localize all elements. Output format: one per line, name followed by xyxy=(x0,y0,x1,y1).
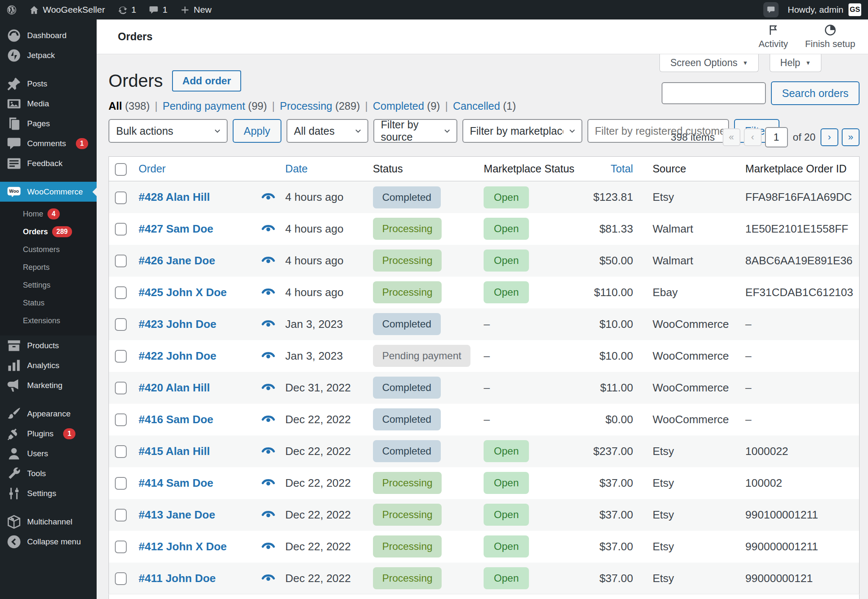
order-link[interactable]: #415 Alan Hill xyxy=(139,445,210,458)
sidebar-item-label: WooCommerce xyxy=(27,187,83,197)
first-page-button[interactable]: « xyxy=(723,128,740,146)
wordpress-logo-menu[interactable] xyxy=(7,5,17,15)
order-link[interactable]: #414 Sam Doe xyxy=(139,477,213,489)
sidebar-item-analytics[interactable]: Analytics xyxy=(0,355,97,375)
notification-button[interactable] xyxy=(763,2,779,17)
next-page-button[interactable]: › xyxy=(821,128,838,146)
submenu-item-settings[interactable]: Settings xyxy=(0,276,97,294)
row-checkbox[interactable] xyxy=(115,286,127,299)
submenu-item-customers[interactable]: Customers xyxy=(0,241,97,258)
submenu-item-home[interactable]: Home4 xyxy=(0,205,97,223)
order-link[interactable]: #422 John Doe xyxy=(139,349,217,362)
order-link[interactable]: #413 Jane Doe xyxy=(139,508,215,521)
screen-options-tab[interactable]: Screen Options ▼ xyxy=(659,54,758,72)
sidebar-item-appearance[interactable]: Appearance xyxy=(0,404,97,424)
bulk-actions-select[interactable]: Bulk actions xyxy=(108,119,228,143)
select-all-checkbox[interactable] xyxy=(115,163,127,176)
preview-eye-icon[interactable] xyxy=(262,350,275,360)
order-link[interactable]: #425 John X Doe xyxy=(139,286,227,299)
submenu-item-extensions[interactable]: Extensions xyxy=(0,312,97,330)
preview-eye-icon[interactable] xyxy=(262,446,275,455)
preview-eye-icon[interactable] xyxy=(262,573,275,582)
row-checkbox[interactable] xyxy=(115,350,127,363)
preview-eye-icon[interactable] xyxy=(262,287,275,296)
sidebar-item-plugins[interactable]: Plugins1 xyxy=(0,424,97,444)
source-filter-select[interactable]: Filter by source xyxy=(373,119,457,143)
preview-eye-icon[interactable] xyxy=(262,414,275,423)
row-checkbox[interactable] xyxy=(115,413,127,426)
column-header-total[interactable]: Total xyxy=(580,157,639,181)
view-filter-completed[interactable]: Completed (9) xyxy=(373,100,440,112)
sidebar-item-users[interactable]: Users xyxy=(0,444,97,463)
add-order-button[interactable]: Add order xyxy=(172,70,241,92)
order-link[interactable]: #420 Alan Hill xyxy=(139,381,210,394)
submenu-item-reports[interactable]: Reports xyxy=(0,258,97,276)
account-menu[interactable]: Howdy, admin GS xyxy=(788,3,862,16)
updates-indicator[interactable]: 1 xyxy=(118,5,136,15)
preview-eye-icon[interactable] xyxy=(262,255,275,264)
sidebar-item-dashboard[interactable]: Dashboard xyxy=(0,25,97,45)
current-page-input[interactable] xyxy=(765,127,788,147)
sidebar-item-media[interactable]: Media xyxy=(0,94,97,114)
site-menu[interactable]: WooGeekSeller xyxy=(29,5,105,15)
sidebar-item-products[interactable]: Products xyxy=(0,336,97,355)
sidebar-item-collapse-menu[interactable]: Collapse menu xyxy=(0,532,97,552)
row-checkbox[interactable] xyxy=(115,382,127,394)
new-content-menu[interactable]: New xyxy=(180,5,211,15)
row-checkbox[interactable] xyxy=(115,255,127,267)
row-checkbox[interactable] xyxy=(115,541,127,553)
view-filter-processing[interactable]: Processing (289) xyxy=(280,100,360,112)
order-link[interactable]: #411 John Doe xyxy=(139,572,216,585)
order-link[interactable]: #416 Sam Doe xyxy=(139,413,213,426)
row-checkbox[interactable] xyxy=(115,191,127,204)
comments-indicator[interactable]: 1 xyxy=(149,5,167,15)
view-filter-all[interactable]: All (398) xyxy=(108,100,150,112)
row-checkbox[interactable] xyxy=(115,572,127,585)
submenu-item-status[interactable]: Status xyxy=(0,294,97,312)
row-checkbox[interactable] xyxy=(115,445,127,458)
activity-button[interactable]: Activity xyxy=(759,24,788,50)
preview-eye-icon[interactable] xyxy=(262,541,275,550)
column-header-order[interactable]: Order xyxy=(133,157,257,181)
apply-button[interactable]: Apply xyxy=(233,119,281,143)
preview-eye-icon[interactable] xyxy=(262,223,275,233)
sidebar-item-posts[interactable]: Posts xyxy=(0,74,97,94)
preview-eye-icon[interactable] xyxy=(262,319,275,328)
finish-setup-button[interactable]: Finish setup xyxy=(805,24,855,50)
order-link[interactable]: #412 John X Doe xyxy=(139,540,227,553)
row-checkbox[interactable] xyxy=(115,223,127,236)
sidebar-item-multichannel[interactable]: Multichannel xyxy=(0,512,97,532)
order-link[interactable]: #427 Sam Doe xyxy=(139,222,213,235)
sidebar-item-pages[interactable]: Pages xyxy=(0,114,97,133)
preview-eye-icon[interactable] xyxy=(262,477,275,487)
previous-page-button[interactable]: ‹ xyxy=(744,128,762,146)
preview-eye-icon[interactable] xyxy=(262,382,275,391)
view-filter-pending-payment[interactable]: Pending payment (99) xyxy=(163,100,267,112)
update-count: 1 xyxy=(131,5,136,15)
sidebar-item-settings[interactable]: Settings xyxy=(0,483,97,503)
submenu-item-orders[interactable]: Orders289 xyxy=(0,223,97,241)
help-tab[interactable]: Help ▼ xyxy=(770,54,821,72)
column-header-date[interactable]: Date xyxy=(279,157,367,181)
sidebar-item-feedback[interactable]: Feedback xyxy=(0,153,97,173)
row-checkbox[interactable] xyxy=(115,318,127,331)
last-page-button[interactable]: » xyxy=(842,128,860,146)
search-orders-button[interactable]: Search orders xyxy=(771,81,860,105)
sidebar-item-woocommerce[interactable]: WooWooCommerce xyxy=(0,182,97,202)
sidebar-menu: DashboardJetpackPostsMediaPagesComments1… xyxy=(0,25,97,552)
row-checkbox[interactable] xyxy=(115,509,127,521)
row-checkbox[interactable] xyxy=(115,477,127,490)
sidebar-item-tools[interactable]: Tools xyxy=(0,463,97,483)
dates-filter-select[interactable]: All dates xyxy=(287,119,368,143)
order-link[interactable]: #423 John Doe xyxy=(139,318,217,330)
sidebar-item-jetpack[interactable]: Jetpack xyxy=(0,45,97,65)
marketplace-status-filter-select[interactable]: Filter by marketplace status xyxy=(462,119,582,143)
sidebar-item-marketing[interactable]: Marketing xyxy=(0,375,97,395)
order-link[interactable]: #428 Alan Hill xyxy=(139,191,210,203)
view-filter-cancelled[interactable]: Cancelled (1) xyxy=(453,100,516,112)
preview-eye-icon[interactable] xyxy=(262,191,275,201)
order-link[interactable]: #426 Jane Doe xyxy=(139,254,215,267)
search-input[interactable] xyxy=(662,82,766,104)
sidebar-item-comments[interactable]: Comments1 xyxy=(0,133,97,153)
preview-eye-icon[interactable] xyxy=(262,509,275,519)
